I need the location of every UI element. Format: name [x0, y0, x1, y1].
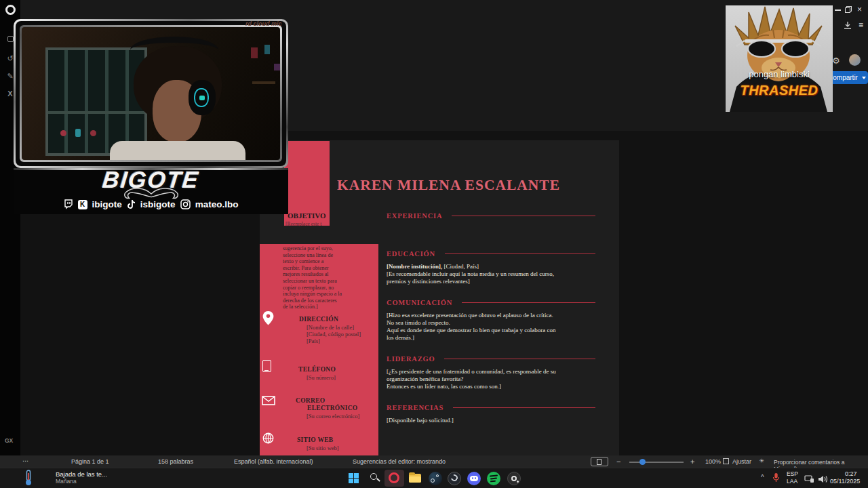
section-heading-comunicacion[interactable]: COMUNICACIÓN — [387, 299, 595, 306]
handle-ibigote: ibigote — [92, 199, 122, 209]
headphones-band — [130, 37, 218, 64]
cat-meme-overlay: pongan limbiski THRASHED — [726, 5, 833, 112]
twitch-icon — [64, 199, 73, 209]
liderazgo-body[interactable]: [¿Es presidente de una fraternidad o com… — [387, 368, 598, 390]
handle-mateolbo: mateo.lbo — [195, 199, 239, 209]
phone-icon — [262, 360, 271, 372]
objetivo-subtext: [Reemplace este t — [285, 221, 321, 227]
editor-suggestions-status[interactable]: Sugerencias del editor: mostrando — [353, 458, 446, 465]
weather-title[interactable]: Bajada de las te... — [56, 470, 107, 478]
cat-caption: pongan limbiski — [726, 69, 833, 79]
zoom-in-button[interactable]: + — [690, 458, 694, 466]
cat-shirt-logo: THRASHED — [726, 83, 833, 98]
network-icon[interactable] — [804, 474, 814, 486]
weather-widget[interactable] — [24, 470, 33, 488]
location-pin-icon — [262, 311, 274, 328]
close-button[interactable]: × — [857, 5, 862, 14]
contact-line: [Su correo electrónico] — [307, 413, 359, 420]
word-count[interactable]: 158 palabras — [158, 458, 193, 465]
section-heading-educacion[interactable]: EDUCACIÓN — [387, 250, 595, 258]
section-heading-liderazgo[interactable]: LIDERAZGO — [387, 355, 595, 363]
volume-icon[interactable] — [818, 474, 827, 486]
kick-icon: K — [78, 200, 87, 209]
contact-heading[interactable]: TELÉFONO — [298, 366, 336, 373]
fit-label[interactable]: Ajustar — [732, 458, 751, 465]
background-shelf — [245, 41, 280, 122]
section-heading-referencias[interactable]: REFERENCIAS — [387, 404, 595, 411]
contact-heading[interactable]: SITIO WEB — [297, 436, 333, 443]
heading-rule — [462, 302, 595, 304]
page-count[interactable]: Página 1 de 1 — [71, 458, 109, 465]
tray-expand-chevron[interactable]: ^ — [761, 474, 764, 481]
resume-name[interactable]: KAREN MILENA ESCALANTE — [337, 177, 560, 194]
heading-rule — [452, 216, 595, 217]
date[interactable]: 05/11/2025 — [830, 478, 860, 485]
referencias-body[interactable]: [Disponible bajo solicitud.] — [387, 417, 598, 424]
chevron-down-icon — [862, 77, 866, 79]
webcam-video — [22, 27, 280, 160]
fit-page-icon[interactable] — [723, 458, 729, 464]
microphone-active-icon[interactable] — [772, 472, 780, 485]
status-bar: ⋯ Página 1 de 1 158 palabras Español (al… — [0, 455, 868, 468]
mustache-icon — [119, 186, 183, 205]
streamer-shirt — [110, 141, 245, 160]
gx-corner-label[interactable]: GX — [5, 437, 13, 444]
stream-brand-banner: BIGOTE K ibigote isbigote mateo.lbo — [14, 168, 288, 214]
steelseries-button[interactable] — [507, 472, 521, 485]
webcam-overlay — [14, 19, 288, 168]
educacion-body[interactable]: [Nombre institución], [Ciudad, País] [Es… — [387, 263, 598, 285]
objetivo-heading[interactable]: OBJETIVO — [288, 211, 326, 220]
brightness-icon[interactable]: ☀ — [759, 458, 764, 464]
minimize-button[interactable] — [835, 9, 841, 11]
menu-icon[interactable]: ≡ — [859, 20, 863, 30]
section-heading-experiencia[interactable]: EXPERIENCIA — [387, 212, 595, 220]
zoom-slider-thumb[interactable] — [639, 459, 646, 465]
thermometer-icon — [24, 470, 33, 486]
page-view-button[interactable] — [591, 457, 608, 466]
download-icon[interactable] — [843, 21, 852, 33]
clock[interactable]: 0:27 — [845, 470, 857, 477]
heading-rule — [445, 253, 595, 255]
background-window — [45, 47, 147, 156]
discord-button[interactable] — [467, 472, 481, 485]
opera-gx-logo-icon[interactable] — [5, 5, 16, 15]
zoom-level[interactable]: 100% — [705, 458, 721, 465]
envelope-icon — [262, 396, 275, 408]
steam-button[interactable] — [429, 472, 442, 485]
globe-icon — [262, 432, 274, 447]
spotify-button[interactable] — [487, 472, 500, 485]
zoom-out-button[interactable]: − — [616, 458, 620, 466]
windows-start-button[interactable] — [349, 473, 359, 483]
mic-overlay-label: rd cloud mic — [245, 20, 282, 27]
zoom-slider[interactable] — [629, 462, 684, 463]
opera-gx-taskbar-button[interactable] — [384, 470, 404, 487]
heading-rule — [453, 407, 595, 409]
profile-avatar[interactable] — [849, 54, 861, 66]
contact-heading[interactable]: DIRECCIÓN — [299, 316, 338, 323]
keyboard-layout: LAA — [787, 478, 797, 485]
contact-line: [Su número] — [307, 374, 336, 381]
heading-rule — [444, 359, 595, 360]
contact-heading-line2: ELECTRÓNICO — [307, 405, 358, 411]
obs-button[interactable] — [448, 472, 461, 485]
contact-lines: [Nombre de la calle] [Ciudad, código pos… — [307, 324, 361, 344]
contact-heading[interactable]: CORREO — [296, 397, 326, 404]
language-status[interactable]: Español (alfab. internacional) — [234, 458, 313, 465]
opera-gx-icon — [389, 472, 399, 483]
headphones-earcup — [189, 80, 216, 115]
settings-gear-icon[interactable]: ⚙ — [832, 56, 840, 66]
sidebar-tip-text: sugerencia por el suyo, seleccione una l… — [283, 245, 351, 310]
weather-subtitle: Mañana — [56, 478, 77, 485]
screen: ↺ ✎ X GX W Document.docx + × ≡ ⚙ Crystal… — [0, 0, 868, 488]
contact-line: [Su sitio web] — [307, 445, 339, 451]
comunicacion-body[interactable]: [Hizo esa excelente presentación que obt… — [387, 312, 598, 342]
status-more-icon[interactable]: ⋯ — [22, 458, 28, 464]
input-language[interactable]: ESP — [787, 470, 798, 477]
